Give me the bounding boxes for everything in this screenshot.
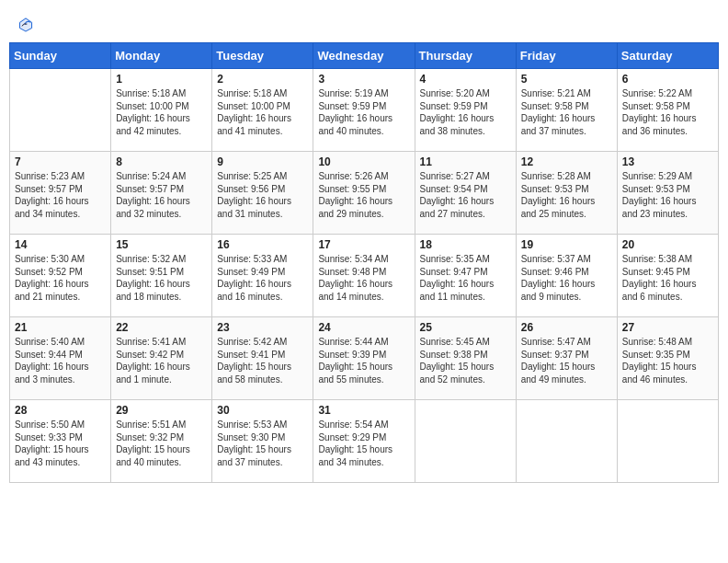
cell-content: Sunrise: 5:34 AM Sunset: 9:48 PM Dayligh…: [318, 253, 409, 303]
calendar-cell: 19Sunrise: 5:37 AM Sunset: 9:46 PM Dayli…: [516, 235, 617, 317]
day-number: 14: [15, 238, 106, 251]
day-number: 29: [116, 404, 207, 417]
week-row-4: 21Sunrise: 5:40 AM Sunset: 9:44 PM Dayli…: [10, 317, 719, 400]
day-header-monday: Monday: [111, 43, 212, 69]
cell-content: Sunrise: 5:47 AM Sunset: 9:37 PM Dayligh…: [521, 336, 612, 385]
cell-content: Sunrise: 5:21 AM Sunset: 9:58 PM Dayligh…: [521, 87, 612, 137]
cell-content: Sunrise: 5:32 AM Sunset: 9:51 PM Dayligh…: [116, 253, 207, 303]
cell-content: Sunrise: 5:51 AM Sunset: 9:32 PM Dayligh…: [116, 419, 207, 468]
calendar-cell: 11Sunrise: 5:27 AM Sunset: 9:54 PM Dayli…: [415, 152, 516, 235]
calendar-cell: 23Sunrise: 5:42 AM Sunset: 9:41 PM Dayli…: [212, 317, 313, 400]
cell-content: Sunrise: 5:19 AM Sunset: 9:59 PM Dayligh…: [318, 87, 409, 137]
cell-content: Sunrise: 5:23 AM Sunset: 9:57 PM Dayligh…: [15, 170, 106, 220]
calendar-cell: 8Sunrise: 5:24 AM Sunset: 9:57 PM Daylig…: [111, 152, 212, 235]
calendar-cell: 16Sunrise: 5:33 AM Sunset: 9:49 PM Dayli…: [212, 235, 313, 317]
calendar-cell: 22Sunrise: 5:41 AM Sunset: 9:42 PM Dayli…: [111, 317, 212, 400]
day-number: 13: [622, 155, 713, 168]
calendar-cell: 4Sunrise: 5:20 AM Sunset: 9:59 PM Daylig…: [415, 69, 516, 152]
calendar-cell: 24Sunrise: 5:44 AM Sunset: 9:39 PM Dayli…: [313, 317, 415, 400]
cell-content: Sunrise: 5:38 AM Sunset: 9:45 PM Dayligh…: [622, 253, 713, 303]
cell-content: Sunrise: 5:35 AM Sunset: 9:47 PM Dayligh…: [420, 253, 511, 303]
calendar-cell: 28Sunrise: 5:50 AM Sunset: 9:33 PM Dayli…: [10, 400, 111, 483]
day-number: 26: [521, 321, 612, 334]
day-number: 18: [420, 238, 511, 251]
cell-content: Sunrise: 5:25 AM Sunset: 9:56 PM Dayligh…: [217, 170, 308, 220]
calendar-cell: 27Sunrise: 5:48 AM Sunset: 9:35 PM Dayli…: [617, 317, 718, 400]
header: [9, 9, 719, 39]
calendar-cell: 26Sunrise: 5:47 AM Sunset: 9:37 PM Dayli…: [516, 317, 617, 400]
calendar-cell: 6Sunrise: 5:22 AM Sunset: 9:58 PM Daylig…: [617, 69, 718, 152]
day-number: 25: [420, 321, 511, 334]
cell-content: Sunrise: 5:45 AM Sunset: 9:38 PM Dayligh…: [420, 336, 511, 385]
day-number: 10: [318, 155, 409, 168]
calendar-cell: 25Sunrise: 5:45 AM Sunset: 9:38 PM Dayli…: [415, 317, 516, 400]
calendar-cell: 30Sunrise: 5:53 AM Sunset: 9:30 PM Dayli…: [212, 400, 313, 483]
week-row-3: 14Sunrise: 5:30 AM Sunset: 9:52 PM Dayli…: [10, 235, 719, 317]
day-number: 12: [521, 155, 612, 168]
cell-content: Sunrise: 5:48 AM Sunset: 9:35 PM Dayligh…: [622, 336, 713, 385]
logo: [17, 15, 37, 33]
day-number: 30: [217, 404, 308, 417]
calendar-cell: 3Sunrise: 5:19 AM Sunset: 9:59 PM Daylig…: [313, 69, 415, 152]
day-number: 21: [15, 321, 106, 334]
cell-content: Sunrise: 5:18 AM Sunset: 10:00 PM Daylig…: [217, 87, 308, 137]
cell-content: Sunrise: 5:28 AM Sunset: 9:53 PM Dayligh…: [521, 170, 612, 220]
day-number: 20: [622, 238, 713, 251]
cell-content: Sunrise: 5:27 AM Sunset: 9:54 PM Dayligh…: [420, 170, 511, 220]
cell-content: Sunrise: 5:53 AM Sunset: 9:30 PM Dayligh…: [217, 419, 308, 468]
day-number: 24: [318, 321, 409, 334]
calendar-cell: 14Sunrise: 5:30 AM Sunset: 9:52 PM Dayli…: [10, 235, 111, 317]
calendar-cell: [415, 400, 516, 483]
calendar-cell: 17Sunrise: 5:34 AM Sunset: 9:48 PM Dayli…: [313, 235, 415, 317]
day-number: 6: [622, 73, 713, 86]
day-number: 22: [116, 321, 207, 334]
cell-content: Sunrise: 5:24 AM Sunset: 9:57 PM Dayligh…: [116, 170, 207, 220]
cell-content: Sunrise: 5:41 AM Sunset: 9:42 PM Dayligh…: [116, 336, 207, 385]
day-header-tuesday: Tuesday: [212, 43, 313, 69]
day-number: 1: [116, 73, 207, 86]
calendar-cell: 12Sunrise: 5:28 AM Sunset: 9:53 PM Dayli…: [516, 152, 617, 235]
day-number: 7: [15, 155, 106, 168]
cell-content: Sunrise: 5:29 AM Sunset: 9:53 PM Dayligh…: [622, 170, 713, 220]
logo-icon: [17, 15, 35, 33]
calendar-cell: 18Sunrise: 5:35 AM Sunset: 9:47 PM Dayli…: [415, 235, 516, 317]
cell-content: Sunrise: 5:50 AM Sunset: 9:33 PM Dayligh…: [15, 419, 106, 468]
day-number: 4: [420, 73, 511, 86]
calendar-cell: 10Sunrise: 5:26 AM Sunset: 9:55 PM Dayli…: [313, 152, 415, 235]
day-number: 8: [116, 155, 207, 168]
day-number: 5: [521, 73, 612, 86]
day-number: 16: [217, 238, 308, 251]
cell-content: Sunrise: 5:37 AM Sunset: 9:46 PM Dayligh…: [521, 253, 612, 303]
cell-content: Sunrise: 5:40 AM Sunset: 9:44 PM Dayligh…: [15, 336, 106, 385]
week-row-1: 1Sunrise: 5:18 AM Sunset: 10:00 PM Dayli…: [10, 69, 719, 152]
cell-content: Sunrise: 5:22 AM Sunset: 9:58 PM Dayligh…: [622, 87, 713, 137]
day-number: 15: [116, 238, 207, 251]
day-header-sunday: Sunday: [10, 43, 111, 69]
day-number: 31: [318, 404, 409, 417]
calendar-table: SundayMondayTuesdayWednesdayThursdayFrid…: [9, 42, 719, 483]
day-number: 2: [217, 73, 308, 86]
calendar-cell: 20Sunrise: 5:38 AM Sunset: 9:45 PM Dayli…: [617, 235, 718, 317]
calendar-cell: 2Sunrise: 5:18 AM Sunset: 10:00 PM Dayli…: [212, 69, 313, 152]
calendar-cell: 9Sunrise: 5:25 AM Sunset: 9:56 PM Daylig…: [212, 152, 313, 235]
svg-marker-0: [19, 17, 33, 33]
calendar-cell: 13Sunrise: 5:29 AM Sunset: 9:53 PM Dayli…: [617, 152, 718, 235]
day-number: 28: [15, 404, 106, 417]
week-row-2: 7Sunrise: 5:23 AM Sunset: 9:57 PM Daylig…: [10, 152, 719, 235]
cell-content: Sunrise: 5:42 AM Sunset: 9:41 PM Dayligh…: [217, 336, 308, 385]
cell-content: Sunrise: 5:18 AM Sunset: 10:00 PM Daylig…: [116, 87, 207, 137]
day-number: 17: [318, 238, 409, 251]
calendar-cell: [10, 69, 111, 152]
calendar-cell: 29Sunrise: 5:51 AM Sunset: 9:32 PM Dayli…: [111, 400, 212, 483]
cell-content: Sunrise: 5:33 AM Sunset: 9:49 PM Dayligh…: [217, 253, 308, 303]
days-header-row: SundayMondayTuesdayWednesdayThursdayFrid…: [10, 43, 719, 69]
day-header-saturday: Saturday: [617, 43, 718, 69]
calendar-cell: 31Sunrise: 5:54 AM Sunset: 9:29 PM Dayli…: [313, 400, 415, 483]
day-number: 23: [217, 321, 308, 334]
day-number: 11: [420, 155, 511, 168]
day-number: 9: [217, 155, 308, 168]
cell-content: Sunrise: 5:26 AM Sunset: 9:55 PM Dayligh…: [318, 170, 409, 220]
calendar-cell: 1Sunrise: 5:18 AM Sunset: 10:00 PM Dayli…: [111, 69, 212, 152]
calendar-cell: [516, 400, 617, 483]
cell-content: Sunrise: 5:44 AM Sunset: 9:39 PM Dayligh…: [318, 336, 409, 385]
